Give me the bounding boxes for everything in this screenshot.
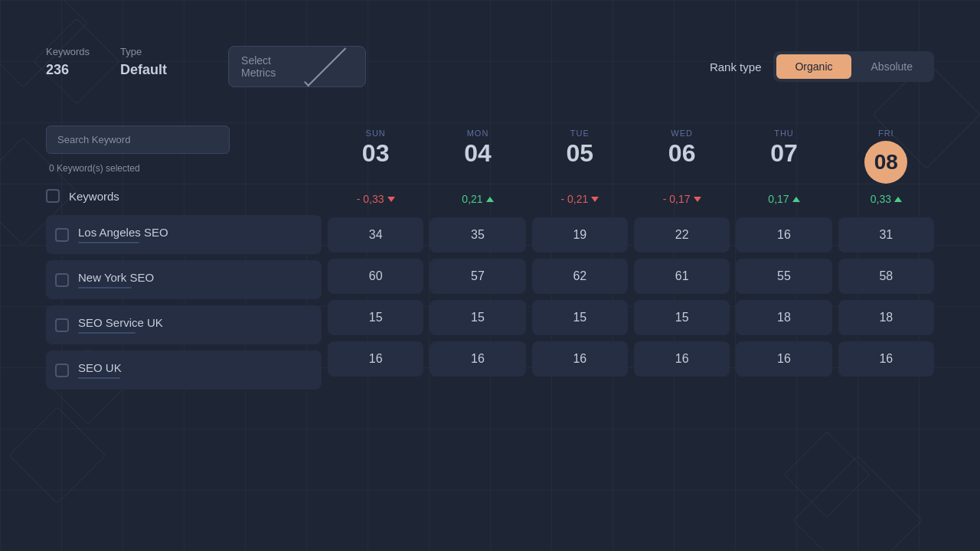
chevron-down-icon (304, 44, 346, 86)
metrics-select[interactable]: Select Metrics (228, 46, 366, 87)
data-cell: 16 (634, 341, 730, 377)
rank-absolute-button[interactable]: Absolute (853, 54, 931, 79)
keyword-name: Los Angeles SEO (78, 226, 168, 239)
type-label: Type (120, 46, 167, 57)
arrow-up-icon (792, 197, 800, 202)
delta-value: - 0,17 (663, 193, 691, 205)
list-item[interactable]: SEO UK (46, 350, 322, 390)
data-cell: 19 (532, 217, 628, 253)
arrow-up-icon (894, 197, 902, 202)
keyword-name-wrap: New York SEO (78, 271, 154, 289)
keyword-name: SEO UK (78, 361, 122, 374)
arrow-down-icon (387, 197, 395, 202)
data-cell: 16 (430, 341, 525, 377)
delta-cell: 0,21 (430, 193, 525, 205)
day-number: 06 (637, 141, 727, 165)
table-row: 151515151818 (328, 300, 934, 335)
data-cell: 16 (736, 341, 831, 377)
day-number: 07 (739, 141, 828, 165)
delta-value: 0,17 (768, 193, 789, 205)
arrow-up-icon (486, 197, 494, 202)
search-wrapper (46, 126, 322, 154)
keywords-column-header: Keywords (69, 190, 119, 203)
data-cell: 55 (736, 259, 831, 294)
data-cell: 62 (532, 259, 628, 294)
data-cell: 57 (430, 259, 525, 294)
day-name: THU (739, 129, 828, 138)
data-cell: 31 (838, 217, 934, 253)
delta-value: - 0,33 (357, 193, 384, 205)
data-cell: 22 (634, 217, 730, 253)
data-cell: 35 (430, 217, 525, 253)
keyword-checkbox[interactable] (55, 273, 69, 287)
data-cell: 16 (328, 341, 423, 377)
day-name: MON (433, 129, 522, 138)
data-rows-container: 3435192216316057626155581515151518181616… (322, 217, 934, 377)
keyword-checkbox[interactable] (55, 318, 69, 332)
keywords-value: 236 (46, 62, 90, 78)
delta-cell: - 0,33 (328, 193, 423, 205)
day-name: SUN (331, 129, 420, 138)
data-cell: 18 (838, 300, 934, 335)
table-row: 605762615558 (328, 259, 934, 294)
data-cell: 61 (634, 259, 730, 294)
delta-cell: 0,33 (838, 193, 934, 205)
delta-value: 0,33 (871, 193, 891, 205)
keyword-checkbox[interactable] (55, 364, 69, 377)
day-name: FRI (841, 129, 931, 138)
bg-decoration (783, 431, 870, 517)
keyword-underline (78, 332, 136, 334)
keyword-rows-list: Los Angeles SEO New York SEO SEO Service… (46, 215, 322, 390)
data-cell: 16 (736, 217, 831, 253)
data-cell: 18 (736, 300, 831, 335)
table-row: 343519221631 (328, 217, 934, 253)
day-header: FRI 08 (838, 126, 934, 187)
data-cell: 15 (328, 300, 423, 335)
keyword-underline (78, 242, 139, 243)
keyword-checkbox[interactable] (55, 228, 69, 242)
keywords-select-all-checkbox[interactable] (46, 189, 60, 203)
list-item[interactable]: SEO Service UK (46, 305, 322, 344)
selected-count: 0 Keyword(s) selected (49, 163, 322, 174)
day-number-today: 08 (864, 141, 907, 184)
metrics-placeholder: Select Metrics (241, 54, 293, 79)
delta-value: 0,21 (462, 193, 482, 205)
day-header: TUE 05 (532, 126, 628, 187)
day-number: 03 (331, 141, 420, 165)
keywords-stat: Keywords 236 (46, 46, 90, 78)
day-name: WED (637, 129, 727, 138)
data-cell: 58 (838, 259, 934, 294)
keyword-name: SEO Service UK (78, 316, 163, 329)
delta-cell: 0,17 (736, 193, 831, 205)
day-number: 05 (535, 141, 625, 165)
table-row: 161616161616 (328, 341, 934, 377)
data-cell: 15 (430, 300, 525, 335)
day-header: WED 06 (634, 126, 730, 187)
data-cell: 16 (532, 341, 628, 377)
day-name: TUE (535, 129, 625, 138)
rank-toggle-group: Organic Absolute (773, 51, 934, 82)
arrow-down-icon (694, 197, 701, 202)
day-header-row: SUN 03 MON 04 TUE 05 WED 06 THU 07 FRI 0… (328, 126, 934, 187)
keyword-name-wrap: SEO Service UK (78, 316, 163, 334)
data-cell: 34 (328, 217, 423, 253)
list-item[interactable]: New York SEO (46, 260, 322, 299)
search-input[interactable] (46, 126, 230, 154)
rank-organic-button[interactable]: Organic (776, 54, 851, 79)
type-stat: Type Default (120, 46, 167, 78)
delta-row: - 0,330,21- 0,21- 0,170,170,33 (328, 193, 934, 205)
keywords-label: Keywords (46, 46, 90, 57)
keywords-header-container: Keywords (46, 189, 322, 203)
data-cell: 60 (328, 259, 423, 294)
list-item[interactable]: Los Angeles SEO (46, 215, 322, 254)
keyword-name: New York SEO (78, 271, 154, 284)
delta-cell: - 0,17 (634, 193, 730, 205)
day-number: 04 (433, 141, 522, 165)
day-header: MON 04 (430, 126, 525, 187)
rank-type-label: Rank type (710, 60, 762, 73)
type-value: Default (120, 62, 167, 78)
rank-type-section: Rank type Organic Absolute (710, 51, 934, 82)
delta-value: - 0,21 (560, 193, 588, 205)
keyword-underline (78, 287, 132, 289)
data-cell: 16 (838, 341, 934, 377)
